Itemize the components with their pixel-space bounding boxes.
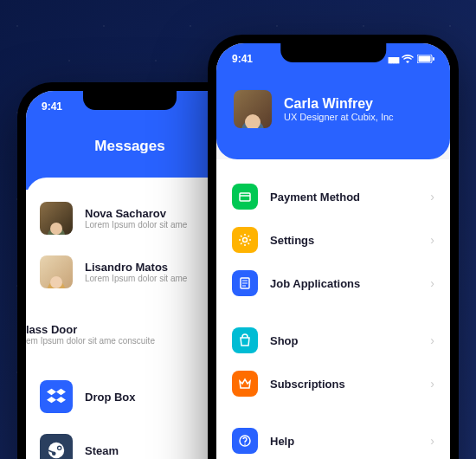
bag-icon [232, 327, 258, 353]
battery-icon [417, 55, 434, 63]
status-time: 9:41 [232, 53, 253, 65]
messages-list: Nova Sacharov Lorem Ipsum dolor sit ame … [26, 178, 234, 459]
message-text: lass Door em Ipsum dolor sit ame conscui… [26, 323, 196, 346]
status-time: 9:41 [42, 100, 62, 113]
menu-item-help[interactable]: Help› [216, 419, 450, 459]
menu-label: Shop [270, 334, 418, 347]
profile-header: Carla Winfrey UX Designer at Cubix, Inc [216, 74, 450, 159]
chevron-right-icon: › [430, 377, 434, 391]
message-text: Lisandro Matos Lorem Ipsum dolor sit ame [85, 261, 220, 283]
svg-point-0 [48, 443, 64, 458]
menu-item-job-applications[interactable]: Job Applications› [216, 262, 450, 305]
signal-icon [388, 53, 398, 65]
profile-menu: Payment Method›Settings›Job Applications… [216, 159, 450, 459]
dropbox-icon [40, 380, 73, 413]
profile-avatar[interactable] [234, 90, 272, 128]
message-preview: em Ipsum dolor sit ame conscuite [26, 336, 196, 346]
screen-profile: 9:41 Carla Winfrey UX Designer at Cubix,… [216, 43, 450, 459]
svg-rect-5 [419, 56, 431, 62]
gap [26, 299, 234, 313]
svg-rect-6 [433, 57, 434, 61]
message-sender: Nova Sacharov [85, 207, 220, 220]
messages-title: Messages [43, 131, 216, 169]
message-item[interactable]: Lisandro Matos Lorem Ipsum dolor sit ame [26, 245, 234, 299]
menu-gap [216, 405, 450, 419]
gap [26, 356, 234, 370]
chevron-right-icon: › [430, 190, 434, 204]
message-item[interactable]: Nova Sacharov Lorem Ipsum dolor sit ame [26, 191, 234, 245]
message-sender: lass Door [26, 323, 196, 336]
avatar [40, 255, 73, 288]
notch [83, 91, 177, 110]
message-sender: Steam [85, 444, 220, 457]
menu-label: Help [270, 435, 418, 448]
message-item[interactable]: lass Door em Ipsum dolor sit ame conscui… [26, 313, 234, 356]
svg-rect-7 [240, 193, 250, 201]
profile-subtitle: UX Designer at Cubix, Inc [284, 112, 394, 122]
chevron-right-icon: › [430, 333, 434, 347]
doc-icon [232, 270, 258, 296]
message-sender: Drop Box [85, 391, 220, 404]
menu-item-shop[interactable]: Shop› [216, 319, 450, 362]
message-preview: Lorem Ipsum dolor sit ame [85, 220, 220, 230]
steam-icon [40, 434, 73, 459]
menu-label: Settings [270, 234, 418, 247]
menu-item-subscriptions[interactable]: Subscriptions› [216, 362, 450, 405]
message-preview: Lorem Ipsum dolor sit ame [85, 274, 220, 283]
help-icon [232, 428, 258, 454]
svg-point-2 [58, 447, 61, 449]
phone-profile: 9:41 Carla Winfrey UX Designer at Cubix,… [208, 35, 459, 459]
message-item[interactable]: Drop Box [26, 370, 234, 423]
crown-icon [232, 371, 258, 397]
message-text: Nova Sacharov Lorem Ipsum dolor sit ame [85, 207, 220, 230]
svg-point-15 [244, 443, 246, 445]
card-icon [232, 184, 258, 210]
chevron-right-icon: › [430, 276, 434, 290]
avatar [40, 202, 73, 235]
chevron-right-icon: › [430, 233, 434, 247]
message-sender: Lisandro Matos [85, 261, 220, 274]
notch [280, 43, 386, 62]
menu-gap [216, 305, 450, 319]
gear-icon [232, 227, 258, 253]
menu-label: Payment Method [270, 191, 418, 204]
svg-point-9 [243, 238, 248, 242]
message-text: Drop Box [85, 391, 220, 404]
menu-item-settings[interactable]: Settings› [216, 218, 450, 262]
message-item[interactable]: Steam [26, 423, 234, 459]
profile-info: Carla Winfrey UX Designer at Cubix, Inc [284, 96, 394, 122]
profile-name: Carla Winfrey [284, 96, 394, 112]
chevron-right-icon: › [430, 434, 434, 448]
message-text: Steam [85, 444, 220, 457]
screen-messages: 9:41 Messages Nova Sacharov Lorem Ipsum … [26, 91, 234, 459]
menu-item-payment-method[interactable]: Payment Method› [216, 175, 450, 218]
status-icons [388, 53, 434, 65]
menu-label: Subscriptions [270, 378, 418, 391]
wifi-icon [402, 55, 414, 63]
menu-label: Job Applications [270, 277, 418, 290]
